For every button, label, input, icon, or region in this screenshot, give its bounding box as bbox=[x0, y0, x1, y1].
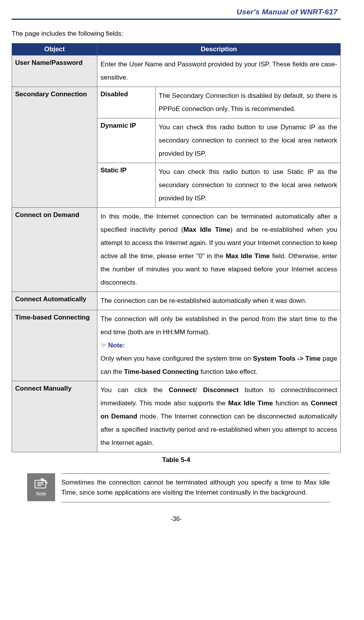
page-number: -36- bbox=[12, 516, 341, 523]
text-part: / bbox=[195, 386, 203, 394]
bold-max-idle: Max Idle Time bbox=[184, 226, 231, 233]
note-icon: Note bbox=[27, 473, 55, 501]
row-connect-auto-desc: The connection can be re-established aut… bbox=[97, 292, 341, 310]
bold-system-tools: System Tools -> Time bbox=[253, 355, 321, 362]
note-icon-label: Note bbox=[36, 491, 46, 497]
intro-text: The page includes the following fields: bbox=[12, 30, 341, 38]
row-username-label: User Name/Password bbox=[12, 56, 97, 87]
page-header-title: User's Manual of WNRT-617 bbox=[12, 8, 341, 16]
row-secondary-dynamic-label: Dynamic IP bbox=[97, 118, 156, 163]
row-secondary-static-desc: You can check this radio button to use S… bbox=[156, 163, 341, 208]
bold-max-idle: Max Idle Time bbox=[226, 252, 270, 260]
th-description: Description bbox=[97, 43, 341, 56]
bold-time-based: Time-based Connecting bbox=[124, 368, 199, 375]
note-text: Sometimes the connection cannot be termi… bbox=[61, 473, 330, 502]
row-time-based-desc: The connection will only be established … bbox=[97, 310, 341, 381]
text-part: Only when you have configured the system… bbox=[101, 355, 253, 362]
row-connect-manual-desc: You can click the Connect/ Disconnect bu… bbox=[97, 381, 341, 452]
hand-icon: ☞ bbox=[101, 342, 106, 349]
text-part: function take effect. bbox=[199, 368, 258, 375]
row-connect-on-demand-label: Connect on Demand bbox=[12, 208, 97, 292]
note-label: Note: bbox=[108, 342, 125, 349]
row-time-based-label: Time-based Connecting bbox=[12, 310, 97, 381]
bold-max-idle: Max Idle Time bbox=[228, 399, 273, 407]
row-secondary-disabled-desc: The Secondary Connection is disabled by … bbox=[156, 87, 341, 118]
row-connect-auto-label: Connect Automatically bbox=[12, 292, 97, 310]
row-connect-manual-label: Connect Manually bbox=[12, 381, 97, 452]
bold-connect: Connect bbox=[169, 386, 195, 394]
row-secondary-static-label: Static IP bbox=[97, 163, 156, 208]
text-part: function as bbox=[273, 399, 311, 407]
text-part: You can click the bbox=[101, 386, 169, 394]
fields-table: Object Description User Name/Password En… bbox=[12, 43, 341, 452]
th-object: Object bbox=[12, 43, 97, 56]
header-divider bbox=[12, 19, 341, 20]
table-caption: Table 5-4 bbox=[12, 456, 341, 464]
row-secondary-dynamic-desc: You can check this radio button to use D… bbox=[156, 118, 341, 163]
note-box: Note Sometimes the connection cannot be … bbox=[27, 473, 330, 502]
row-connect-on-demand-desc: In this mode, the Internet connection ca… bbox=[97, 208, 341, 292]
row-secondary-disabled-label: Disabled bbox=[97, 87, 156, 118]
row-secondary-label: Secondary Connection bbox=[12, 87, 97, 208]
text-part: The connection will only be established … bbox=[101, 315, 337, 336]
row-username-desc: Enter the User Name and Password provide… bbox=[97, 56, 341, 87]
bold-disconnect: Disconnect bbox=[203, 386, 239, 394]
